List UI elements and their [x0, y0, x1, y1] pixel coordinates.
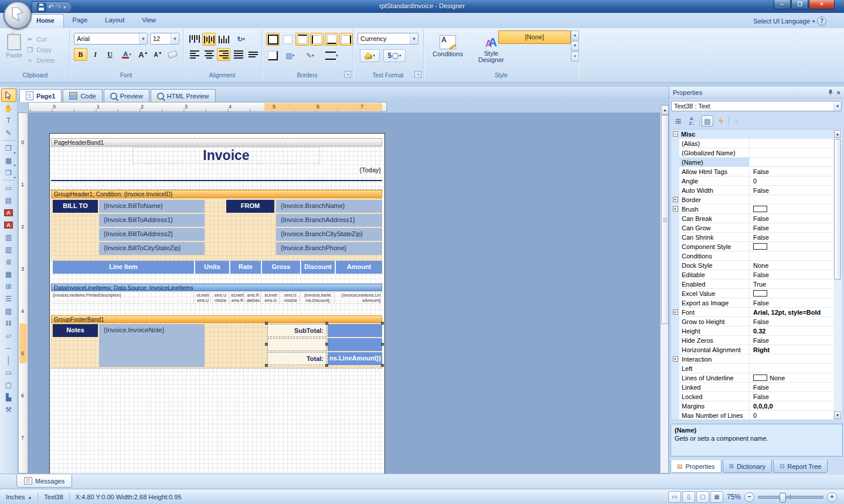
property-row[interactable]: Conditions — [671, 251, 833, 261]
zoom-in-button[interactable]: + — [827, 492, 837, 502]
selection-handle[interactable] — [381, 322, 384, 325]
property-value[interactable]: False — [750, 336, 833, 345]
property-value[interactable]: 0 — [750, 176, 833, 185]
property-value[interactable]: None — [750, 373, 833, 382]
tab-html-preview[interactable]: HTML Preview — [151, 89, 216, 102]
today-component[interactable]: {Today} — [329, 166, 382, 176]
property-value[interactable]: 0,0,0,0 — [750, 401, 833, 410]
group-header-band-bar[interactable]: GroupHeader1; Condition: {Invoice.Invoic… — [51, 190, 382, 198]
clear-format-button[interactable] — [166, 48, 179, 61]
paste-button[interactable]: Paste — [2, 32, 26, 66]
from-label[interactable]: FROM — [226, 200, 274, 213]
minimize-button[interactable]: – — [774, 0, 791, 9]
style-gallery-up-icon[interactable]: ▲ — [571, 30, 579, 40]
property-row[interactable]: Allow Html TagsFalse — [671, 167, 833, 176]
data-cell[interactable]: ems.U nitsDe — [212, 292, 229, 304]
multi-page-icon[interactable]: ▯ — [682, 491, 695, 503]
tab-report-tree[interactable]: ⊟Report Tree — [773, 460, 828, 473]
invoice-title-component[interactable]: Invoice — [132, 147, 320, 164]
property-value[interactable] — [750, 289, 833, 298]
bill-to-field[interactable]: {Invoice.BillToAddress1} — [99, 214, 205, 227]
data-band-bar[interactable]: DataInvoiceLineItems; Data Source: Invoi… — [51, 284, 382, 291]
property-row[interactable]: Dock StyleNone — [671, 261, 833, 270]
from-field[interactable]: {Invoice.BranchAddress1} — [276, 214, 382, 227]
column-header[interactable]: Line Item — [53, 261, 194, 274]
data-cell[interactable]: {InvoiceLineIte ms.Discount} — [301, 292, 335, 304]
all-borders-button[interactable] — [266, 33, 280, 46]
property-value[interactable]: False — [750, 270, 833, 279]
selection-handle[interactable] — [265, 364, 268, 367]
tab-messages[interactable]: Messages — [16, 475, 72, 488]
property-row[interactable]: (Globalized Name) — [671, 148, 833, 158]
align-justify-button[interactable] — [232, 48, 245, 61]
help-icon[interactable]: ? — [817, 16, 826, 26]
data-cell[interactable]: eLineIt ems.R — [230, 292, 245, 304]
property-value[interactable] — [750, 364, 833, 373]
selection-handle[interactable] — [381, 343, 384, 346]
property-row[interactable]: (Alias) — [671, 139, 833, 148]
fill-color-button[interactable]: ▨▾ — [281, 49, 300, 62]
table-of-contents-tool[interactable]: ▦▾ — [2, 154, 16, 166]
bold-button[interactable]: B — [74, 48, 87, 61]
rounded-rectangle-tool[interactable]: ▢ — [2, 379, 16, 391]
property-row[interactable]: EditableFalse — [671, 270, 833, 280]
expand-icon[interactable]: + — [673, 197, 678, 202]
data-cell[interactable]: eLineIt ems.G — [262, 292, 280, 304]
chevron-down-icon[interactable]: ▼ — [171, 33, 179, 44]
footer-band-tool[interactable]: ▥ — [2, 243, 16, 256]
property-row[interactable]: Auto WidthFalse — [671, 186, 833, 195]
text-format-dialog-launcher-icon[interactable]: ↘ — [414, 71, 421, 78]
total-label-cell[interactable]: Total: — [267, 352, 326, 365]
property-value[interactable]: False — [750, 383, 833, 391]
tab-page1[interactable]: Page1 — [19, 89, 62, 102]
tab-home[interactable]: Home — [27, 14, 64, 28]
right-border-button[interactable] — [339, 33, 353, 46]
zoom-100-icon[interactable]: ▦ — [710, 491, 723, 503]
horizontal-line-tool[interactable]: ─ — [2, 342, 16, 354]
conditions-button[interactable]: A Conditions — [429, 33, 467, 66]
property-row[interactable]: Hide ZerosFalse — [671, 336, 833, 345]
rectangle-tool[interactable]: ▭ — [2, 366, 16, 379]
page-header-band-tool[interactable]: ▤ — [2, 194, 16, 206]
bill-to-field[interactable]: {Invoice.BillToCityStateZip} — [99, 242, 205, 255]
selection-handle[interactable] — [265, 322, 268, 325]
property-row[interactable]: Left — [671, 364, 833, 373]
italic-button[interactable]: I — [89, 48, 102, 61]
bill-to-label[interactable]: BILL TO — [53, 200, 98, 213]
property-value[interactable] — [750, 195, 833, 204]
tab-view[interactable]: View — [133, 14, 165, 28]
align-center-button[interactable] — [202, 48, 216, 61]
expand-icon[interactable]: + — [673, 309, 678, 315]
word-wrap-button[interactable] — [246, 48, 260, 61]
property-value[interactable]: Right — [750, 345, 833, 354]
selection-handle[interactable] — [325, 343, 328, 346]
restore-button[interactable]: ❐ — [791, 0, 808, 9]
property-value[interactable] — [750, 139, 833, 148]
chart-component-tool[interactable]: ▙ — [2, 391, 16, 403]
font-family-combo[interactable]: Arial▼ — [74, 33, 148, 45]
scroll-up-icon[interactable]: ▲ — [834, 130, 841, 138]
align-middle-button[interactable] — [202, 33, 216, 46]
tab-code[interactable]: Code — [63, 89, 102, 102]
scrollbar-thumb[interactable] — [834, 139, 841, 280]
property-value[interactable] — [750, 158, 833, 166]
property-value[interactable] — [750, 148, 833, 157]
text-tool[interactable]: T — [2, 114, 16, 127]
property-row[interactable]: +Brush — [671, 205, 833, 214]
crosstab-component-tool[interactable]: ⊞ — [2, 280, 16, 292]
group-footer-band-tool[interactable]: A — [2, 219, 16, 231]
canvas-scrollbar[interactable]: ▲ — [660, 104, 669, 474]
from-field[interactable]: {Invoice.BranchName} — [276, 200, 382, 213]
selection-handle[interactable] — [325, 364, 328, 367]
table-component-tool[interactable]: ▦ — [2, 268, 16, 280]
image-component-tool[interactable]: ▨ — [2, 305, 16, 317]
cut-button[interactable]: ✂Cut — [26, 34, 55, 45]
scrollbar-thumb[interactable] — [661, 115, 669, 324]
border-color-button[interactable]: ✎▾ — [301, 49, 319, 62]
vertical-line-tool[interactable]: │ — [2, 354, 16, 366]
property-value[interactable] — [750, 242, 833, 251]
undo-icon[interactable]: ↶ — [48, 3, 54, 11]
text-format-combo[interactable]: Currency▼ — [358, 33, 418, 45]
from-field[interactable]: {Invoice.BranchPhone} — [276, 242, 382, 255]
expand-icon[interactable]: + — [673, 356, 678, 362]
